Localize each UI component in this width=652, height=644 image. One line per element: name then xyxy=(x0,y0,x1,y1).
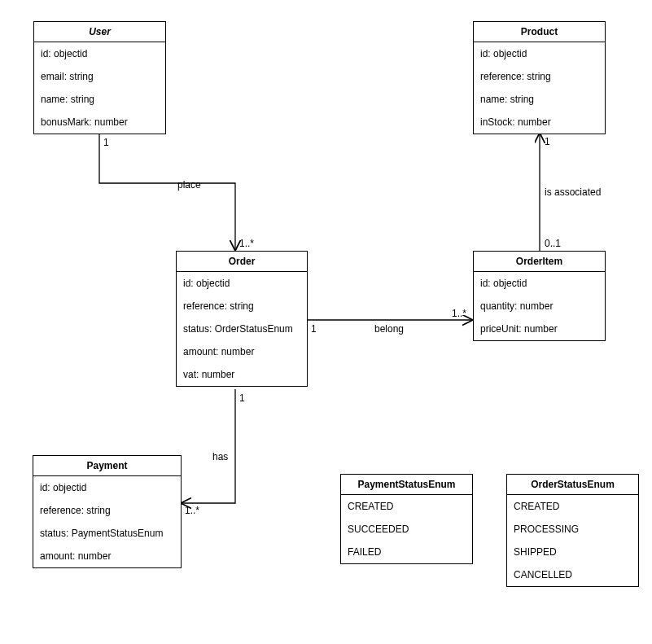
class-attr: reference: string xyxy=(474,65,605,88)
relation-label: has xyxy=(212,451,228,462)
class-attr: priceUnit: number xyxy=(474,318,605,340)
multiplicity-label: 1..* xyxy=(185,505,199,516)
class-attr: amount: number xyxy=(177,340,307,363)
relation-label: belong xyxy=(374,323,404,335)
class-attr: SHIPPED xyxy=(507,541,638,563)
class-paymentstatusenum: PaymentStatusEnum CREATED SUCCEEDED FAIL… xyxy=(340,474,473,564)
class-order-title: Order xyxy=(177,252,307,272)
multiplicity-label: 1..* xyxy=(239,238,254,249)
multiplicity-label: 1..* xyxy=(452,308,466,319)
class-attr: id: objectid xyxy=(33,476,181,499)
multiplicity-label: 1 xyxy=(545,136,550,147)
class-attr: bonusMark: number xyxy=(34,111,165,134)
class-product-title: Product xyxy=(474,22,605,42)
relation-label: is associated xyxy=(545,186,601,198)
class-attr: id: objectid xyxy=(177,272,307,295)
class-attr: name: string xyxy=(474,88,605,111)
class-orderitem: OrderItem id: objectid quantity: number … xyxy=(473,251,606,341)
multiplicity-label: 0..1 xyxy=(545,238,561,249)
class-payment: Payment id: objectid reference: string s… xyxy=(33,455,182,568)
class-attr: id: objectid xyxy=(474,272,605,295)
class-attr: CANCELLED xyxy=(507,563,638,586)
class-paymentstatusenum-title: PaymentStatusEnum xyxy=(341,475,472,495)
class-attr: vat: number xyxy=(177,363,307,386)
relation-label: place xyxy=(177,179,201,191)
class-attr: amount: number xyxy=(33,545,181,567)
class-attr: CREATED xyxy=(341,495,472,518)
class-attr: quantity: number xyxy=(474,295,605,318)
multiplicity-label: 1 xyxy=(311,323,317,335)
class-attr: CREATED xyxy=(507,495,638,518)
class-attr: id: objectid xyxy=(34,42,165,65)
class-attr: inStock: number xyxy=(474,111,605,134)
class-attr: status: PaymentStatusEnum xyxy=(33,522,181,545)
class-attr: SUCCEEDED xyxy=(341,518,472,541)
class-orderstatusenum: OrderStatusEnum CREATED PROCESSING SHIPP… xyxy=(506,474,639,587)
class-attr: PROCESSING xyxy=(507,518,638,541)
class-product: Product id: objectid reference: string n… xyxy=(473,21,606,134)
class-attr: FAILED xyxy=(341,541,472,563)
class-user: User id: objectid email: string name: st… xyxy=(33,21,166,134)
class-order: Order id: objectid reference: string sta… xyxy=(176,251,308,387)
class-payment-title: Payment xyxy=(33,456,181,476)
class-attr: id: objectid xyxy=(474,42,605,65)
class-orderitem-title: OrderItem xyxy=(474,252,605,272)
class-user-title: User xyxy=(34,22,165,42)
multiplicity-label: 1 xyxy=(103,137,109,148)
class-attr: reference: string xyxy=(177,295,307,318)
class-attr: name: string xyxy=(34,88,165,111)
class-attr: status: OrderStatusEnum xyxy=(177,318,307,340)
class-orderstatusenum-title: OrderStatusEnum xyxy=(507,475,638,495)
class-attr: email: string xyxy=(34,65,165,88)
multiplicity-label: 1 xyxy=(239,392,245,404)
class-attr: reference: string xyxy=(33,499,181,522)
